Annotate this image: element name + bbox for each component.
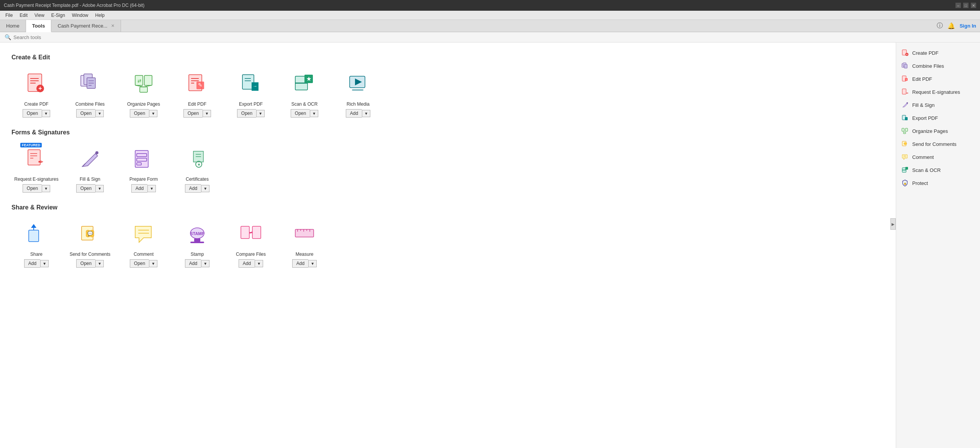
rp-item-send-for-comments[interactable]: Send for Comments — [896, 137, 980, 150]
tab-tools[interactable]: Tools — [26, 20, 52, 32]
share-icon — [25, 222, 48, 245]
tool-name-share: Share — [30, 252, 43, 257]
edit-pdf-open-button[interactable]: Open — [183, 109, 203, 118]
tab-document[interactable]: Cash Payment Rece... ✕ — [51, 20, 121, 32]
tool-comment: Comment Open ▼ — [119, 219, 169, 268]
edit-pdf-arrow-button[interactable]: ▼ — [203, 110, 211, 117]
create-pdf-open-button[interactable]: Open — [23, 109, 42, 118]
tool-organize-pages: ⇄ Organize Pages Open ▼ — [119, 69, 169, 118]
scan-ocr-icon: ★ — [293, 72, 316, 95]
tool-icon-fill-sign — [75, 144, 105, 174]
app-body: Create & Edit + Create PDF — [0, 43, 980, 448]
menu-edit[interactable]: Edit — [16, 12, 31, 19]
prepare-form-arrow-button[interactable]: ▼ — [147, 185, 156, 192]
minimize-button[interactable]: – — [955, 3, 961, 8]
create-pdf-icon: + — [25, 72, 48, 95]
organize-pages-arrow-button[interactable]: ▼ — [149, 110, 157, 117]
rp-label-send-for-comments: Send for Comments — [912, 141, 957, 147]
export-pdf-arrow-button[interactable]: ▼ — [256, 110, 265, 117]
svg-text:⇄: ⇄ — [249, 231, 252, 235]
tool-icon-certificates: ★ — [182, 144, 213, 174]
tool-btn-group-combine-files: Open ▼ — [76, 109, 104, 118]
rp-item-organize-pages[interactable]: Organize Pages — [896, 124, 980, 137]
tool-create-pdf: + Create PDF Open ▼ — [11, 69, 61, 118]
send-for-comments-arrow-button[interactable]: ▼ — [95, 260, 104, 267]
menu-view[interactable]: View — [31, 12, 47, 19]
rp-item-fill-sign[interactable]: Fill & Sign — [896, 98, 980, 111]
stamp-icon: STAMP — [186, 222, 209, 245]
rp-item-combine-files[interactable]: Combine Files — [896, 59, 980, 72]
rp-item-edit-pdf[interactable]: ✎ Edit PDF — [896, 72, 980, 85]
rich-media-add-button[interactable]: Add — [346, 109, 362, 118]
svg-text:✒: ✒ — [906, 92, 908, 95]
titlebar: Cash Payment Receipt Template.pdf - Adob… — [0, 0, 980, 11]
search-input[interactable] — [13, 34, 167, 40]
compare-files-add-button[interactable]: Add — [239, 259, 255, 268]
rp-item-comment[interactable]: Comment — [896, 150, 980, 164]
tool-icon-send-for-comments: 💬 — [75, 219, 105, 249]
section-title-share-review: Share & Review — [11, 204, 884, 211]
rich-media-arrow-button[interactable]: ▼ — [362, 110, 370, 117]
export-pdf-open-button[interactable]: Open — [237, 109, 256, 118]
request-esignatures-arrow-button[interactable]: ▼ — [42, 185, 50, 192]
rp-label-protect: Protect — [912, 180, 928, 186]
rp-item-request-esignatures[interactable]: ✒ Request E-signatures — [896, 85, 980, 98]
organize-pages-open-button[interactable]: Open — [130, 109, 149, 118]
right-panel: + Create PDF Combine Files ✎ Edit PDF — [896, 43, 980, 448]
menu-esign[interactable]: E-Sign — [48, 12, 68, 19]
measure-add-button[interactable]: Add — [292, 259, 308, 268]
rp-item-protect[interactable]: 🔒 Protect — [896, 177, 980, 190]
certificates-icon: ★ — [186, 147, 209, 170]
rich-media-icon — [347, 72, 370, 95]
rp-create-pdf-icon: + — [901, 49, 908, 56]
compare-files-icon: ⇄ — [239, 222, 262, 245]
section-share-review: Share & Review Share Add ▼ — [11, 204, 884, 268]
send-for-comments-open-button[interactable]: Open — [76, 259, 95, 268]
svg-rect-75 — [904, 64, 907, 68]
maximize-button[interactable]: □ — [963, 3, 969, 8]
prepare-form-add-button[interactable]: Add — [131, 184, 147, 193]
combine-files-arrow-button[interactable]: ▼ — [95, 110, 104, 117]
comment-open-button[interactable]: Open — [130, 259, 149, 268]
main-content: Create & Edit + Create PDF — [0, 43, 896, 448]
bell-icon[interactable]: 🔔 — [947, 22, 955, 29]
share-add-button[interactable]: Add — [24, 259, 40, 268]
menu-help[interactable]: Help — [92, 12, 108, 19]
tool-grid-create-edit: + Create PDF Open ▼ — [11, 69, 884, 118]
tool-icon-share — [21, 219, 52, 249]
measure-arrow-button[interactable]: ▼ — [308, 260, 317, 267]
rp-item-create-pdf[interactable]: + Create PDF — [896, 46, 980, 59]
request-esignatures-open-button[interactable]: Open — [23, 184, 42, 193]
close-button[interactable]: ✕ — [971, 3, 976, 8]
tool-name-scan-ocr: Scan & OCR — [291, 101, 318, 107]
certificates-arrow-button[interactable]: ▼ — [201, 185, 209, 192]
create-pdf-arrow-button[interactable]: ▼ — [42, 110, 50, 117]
menu-file[interactable]: File — [2, 12, 16, 19]
fill-sign-open-button[interactable]: Open — [76, 184, 95, 193]
window-controls[interactable]: – □ ✕ — [955, 3, 976, 8]
app-title: Cash Payment Receipt Template.pdf - Adob… — [4, 3, 144, 8]
combine-files-open-button[interactable]: Open — [76, 109, 95, 118]
menu-window[interactable]: Window — [69, 12, 92, 19]
scan-ocr-open-button[interactable]: Open — [291, 109, 310, 118]
rp-item-scan-ocr[interactable]: Scan & OCR — [896, 164, 980, 177]
rp-item-export-pdf[interactable]: → Export PDF — [896, 111, 980, 124]
compare-files-arrow-button[interactable]: ▼ — [255, 260, 263, 267]
tool-name-request-esignatures: Request E-signatures — [14, 177, 58, 182]
fill-sign-arrow-button[interactable]: ▼ — [95, 185, 104, 192]
certificates-add-button[interactable]: Add — [185, 184, 201, 193]
menubar: File Edit View E-Sign Window Help — [0, 11, 980, 20]
scan-ocr-arrow-button[interactable]: ▼ — [310, 110, 318, 117]
help-icon[interactable]: ⓘ — [937, 22, 943, 30]
tool-icon-create-pdf: + — [21, 69, 52, 99]
stamp-arrow-button[interactable]: ▼ — [201, 260, 209, 267]
comment-arrow-button[interactable]: ▼ — [149, 260, 157, 267]
share-arrow-button[interactable]: ▼ — [40, 260, 49, 267]
stamp-add-button[interactable]: Add — [185, 259, 201, 268]
tool-name-organize-pages: Organize Pages — [127, 101, 160, 107]
section-forms-signatures: Forms & Signatures FEATURED ✒ — [11, 129, 884, 193]
signin-button[interactable]: Sign In — [960, 23, 976, 29]
tab-close-icon[interactable]: ✕ — [111, 23, 115, 28]
tool-btn-group-request-esignatures: Open ▼ — [23, 184, 50, 193]
tab-home[interactable]: Home — [0, 20, 26, 32]
